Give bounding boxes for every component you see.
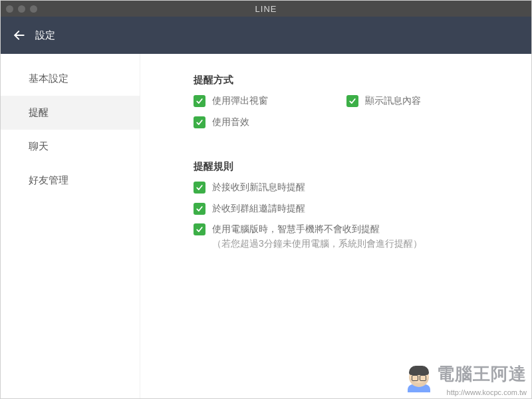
checkbox-checked-icon	[194, 203, 205, 215]
option-desktop-mute[interactable]: 使用電腦版時，智慧手機將不會收到提醒 （若您超過3分鐘未使用電腦，系統則會進行提…	[194, 223, 507, 250]
option-label: 於接收到新訊息時提醒	[212, 181, 305, 194]
option-label: 於收到群組邀請時提醒	[212, 202, 305, 215]
window-title: LINE	[1, 4, 531, 14]
window-titlebar: LINE	[1, 1, 531, 17]
sidebar-item-basic[interactable]: 基本設定	[1, 62, 140, 96]
option-new-msg[interactable]: 於接收到新訊息時提醒	[194, 181, 507, 194]
option-label: 使用音效	[212, 116, 249, 129]
section-title: 提醒方式	[194, 74, 507, 86]
settings-header: 設定	[1, 17, 531, 54]
checkbox-checked-icon	[194, 182, 205, 194]
option-sound[interactable]: 使用音效	[194, 116, 346, 129]
option-sub-text: （若您超過3分鐘未使用電腦，系統則會進行提醒）	[212, 237, 422, 251]
page-title: 設定	[35, 29, 55, 42]
settings-sidebar: 基本設定 提醒 聊天 好友管理	[1, 54, 140, 398]
settings-content: 提醒方式 使用彈出視窗 顯示訊息內容	[140, 54, 531, 398]
section-notify-rules: 提醒規則 於接收到新訊息時提醒 於收到群組邀請時提醒 使用電腦版時，智慧手機將不	[194, 160, 507, 250]
option-main-text: 使用電腦版時，智慧手機將不會收到提醒	[212, 223, 380, 234]
checkbox-checked-icon	[194, 116, 205, 128]
back-arrow-icon[interactable]	[13, 29, 26, 42]
checkbox-checked-icon	[194, 95, 205, 107]
section-notify-method: 提醒方式 使用彈出視窗 顯示訊息內容	[194, 74, 507, 136]
section-title: 提醒規則	[194, 160, 507, 173]
option-label: 使用彈出視窗	[212, 94, 268, 108]
option-label: 顯示訊息內容	[365, 94, 421, 108]
checkbox-checked-icon	[194, 223, 205, 235]
sidebar-item-chat[interactable]: 聊天	[1, 130, 140, 164]
settings-body: 基本設定 提醒 聊天 好友管理 提醒方式 使用彈出視窗 顯示訊息內容	[1, 54, 531, 398]
option-label: 使用電腦版時，智慧手機將不會收到提醒 （若您超過3分鐘未使用電腦，系統則會進行提…	[212, 223, 422, 250]
option-group-invite[interactable]: 於收到群組邀請時提醒	[194, 202, 507, 215]
option-preview[interactable]: 顯示訊息內容	[346, 94, 499, 108]
option-popup[interactable]: 使用彈出視窗	[194, 94, 346, 108]
sidebar-item-notify[interactable]: 提醒	[1, 96, 140, 130]
checkbox-checked-icon	[346, 95, 358, 107]
sidebar-item-friends[interactable]: 好友管理	[1, 164, 140, 198]
